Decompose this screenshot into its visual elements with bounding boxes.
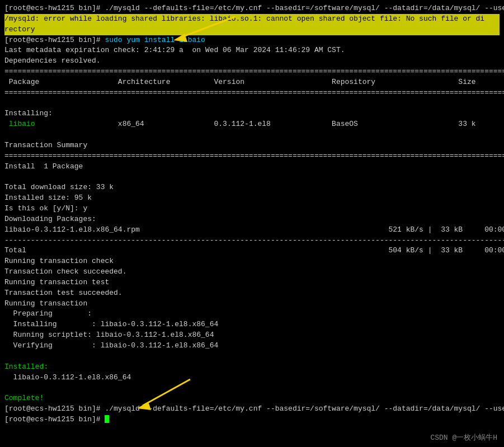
installed-label: Installed: — [4, 362, 500, 373]
pkg-row: libaio x86_64 0.3.112-1.el8 BaseOS 33 k — [4, 119, 500, 130]
installed-size: Installed size: 95 k — [4, 193, 500, 204]
final-cmd: [root@ecs-hw1215 bin]# ./mysqld --defaul… — [4, 404, 500, 415]
line-5: Last metadata expiration check: 2:41:29 … — [4, 45, 500, 56]
transaction-summary: Transaction Summary — [4, 140, 500, 151]
installing-row: Installing : libaio-0.3.112-1.el8.x86_64… — [4, 319, 500, 330]
line-1: [root@ecs-hw1215 bin]# ./mysqld --defaul… — [4, 3, 500, 14]
downloading: Downloading Packages: — [4, 214, 500, 225]
blank-3 — [4, 172, 500, 183]
terminal-content: [root@ecs-hw1215 bin]# ./mysqld --defaul… — [4, 3, 500, 425]
install-count: Install 1 Package — [4, 162, 500, 172]
blank-4 — [4, 351, 500, 362]
is-ok: Is this ok [y/N]: y — [4, 204, 500, 214]
installed-pkg: libaio-0.3.112-1.el8.x86_64 — [4, 373, 500, 383]
line-6: Dependencies resolved. — [4, 56, 500, 67]
line-4: [root@ecs-hw1215 bin]# sudo yum install … — [4, 35, 500, 46]
scriptlet-row: Running scriptlet: libaio-0.3.112-1.el8.… — [4, 330, 500, 341]
test-succeeded: Transaction test succeeded. — [4, 288, 500, 299]
preparing-row: Preparing : 1/1 — [4, 309, 500, 319]
line-error-2: rectory — [4, 25, 500, 35]
running-check: Running transaction check — [4, 256, 500, 267]
total-download: Total download size: 33 k — [4, 182, 500, 193]
download-row-1: libaio-0.3.112-1.el8.x86_64.rpm 521 kB/s… — [4, 225, 500, 236]
final-prompt: [root@ecs-hw1215 bin]# — [4, 415, 500, 425]
check-succeeded: Transaction check succeeded. — [4, 267, 500, 277]
watermark: CSDN @一枚小蜗牛H — [430, 432, 497, 443]
divider-2: ========================================… — [4, 88, 500, 98]
verifying-row: Verifying : libaio-0.3.112-1.el8.x86_64 … — [4, 341, 500, 351]
divider-3: ========================================… — [4, 151, 500, 162]
installing-label: Installing: — [4, 109, 500, 119]
divider-dashed-1: ----------------------------------------… — [4, 236, 500, 246]
running-test: Running transaction test — [4, 277, 500, 288]
blank-1 — [4, 98, 500, 109]
complete-line: Complete! — [4, 393, 500, 404]
line-error-1: /mysqld: error while loading shared libr… — [4, 14, 500, 25]
terminal: [root@ecs-hw1215 bin]# ./mysqld --defaul… — [0, 0, 504, 447]
table-header: Package Architecture Version Repository … — [4, 77, 500, 88]
blank-5 — [4, 383, 500, 393]
cursor — [105, 415, 109, 423]
divider-1: ========================================… — [4, 67, 500, 77]
blank-2 — [4, 130, 500, 140]
running-transaction: Running transaction — [4, 299, 500, 309]
total-row: Total 504 kB/s | 33 kB 00:00 — [4, 246, 500, 256]
